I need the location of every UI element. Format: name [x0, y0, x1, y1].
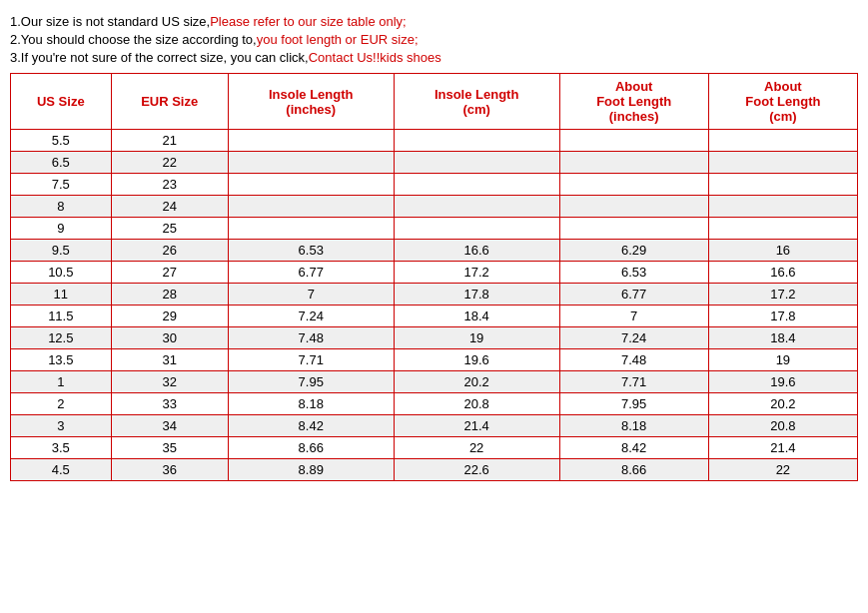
table-cell: 18.4	[708, 327, 857, 349]
table-row: 1128717.86.7717.2	[11, 284, 858, 306]
table-cell: 3	[11, 415, 112, 437]
table-cell: 21.4	[708, 437, 857, 459]
table-cell: 8.18	[228, 393, 394, 415]
table-cell: 23	[111, 174, 228, 196]
col-header-foot-cm: AboutFoot Length(cm)	[708, 74, 857, 130]
table-cell: 16.6	[394, 240, 559, 262]
table-cell: 32	[111, 371, 228, 393]
table-cell: 6.5	[11, 152, 112, 174]
table-cell	[559, 152, 708, 174]
table-row: 11.5297.2418.4717.8	[11, 306, 858, 327]
table-row: 6.522	[11, 152, 858, 174]
tip2-prefix: 2.You should choose the size according t…	[10, 32, 257, 47]
table-row: 12.5307.48197.2418.4	[11, 327, 858, 349]
table-cell: 17.8	[394, 284, 559, 306]
col-header-eur-size: EUR Size	[111, 74, 228, 130]
table-cell: 16.6	[708, 262, 857, 284]
table-cell: 4.5	[11, 459, 112, 481]
table-cell	[708, 152, 857, 174]
table-cell	[228, 196, 394, 218]
tip1-prefix: 1.Our size is not standard US size,	[10, 14, 210, 29]
table-cell: 17.2	[708, 284, 857, 306]
table-cell: 18.4	[394, 306, 559, 327]
table-cell: 31	[111, 349, 228, 371]
table-cell: 19.6	[708, 371, 857, 393]
table-cell	[394, 218, 559, 240]
table-cell: 9	[11, 218, 112, 240]
table-cell: 8.42	[559, 437, 708, 459]
table-cell: 22	[708, 459, 857, 481]
table-row: 824	[11, 196, 858, 218]
table-cell: 6.77	[228, 262, 394, 284]
table-cell: 21.4	[394, 415, 559, 437]
table-cell: 6.53	[228, 240, 394, 262]
table-cell: 8.89	[228, 459, 394, 481]
table-cell: 8.18	[559, 415, 708, 437]
table-cell: 11.5	[11, 306, 112, 327]
table-cell	[394, 174, 559, 196]
table-row: 2338.1820.87.9520.2	[11, 393, 858, 415]
table-row: 925	[11, 218, 858, 240]
table-cell: 34	[111, 415, 228, 437]
table-cell: 7.24	[228, 306, 394, 327]
table-cell: 7.95	[559, 393, 708, 415]
table-cell: 6.29	[559, 240, 708, 262]
table-cell	[559, 218, 708, 240]
table-cell: 7.5	[11, 174, 112, 196]
table-cell	[708, 174, 857, 196]
table-cell: 7.95	[228, 371, 394, 393]
table-cell: 6.53	[559, 262, 708, 284]
table-cell: 20.2	[708, 393, 857, 415]
table-cell: 28	[111, 284, 228, 306]
table-row: 1327.9520.27.7119.6	[11, 371, 858, 393]
table-row: 13.5317.7119.67.4819	[11, 349, 858, 371]
table-cell: 2	[11, 393, 112, 415]
table-row: 3.5358.66228.4221.4	[11, 437, 858, 459]
table-cell: 25	[111, 218, 228, 240]
tip2-highlight: you foot length or EUR size;	[257, 32, 419, 47]
table-cell: 7.71	[559, 371, 708, 393]
table-cell	[708, 218, 857, 240]
table-cell: 19.6	[394, 349, 559, 371]
col-header-us-size: US Size	[11, 74, 112, 130]
table-cell	[559, 174, 708, 196]
table-cell: 10.5	[11, 262, 112, 284]
table-cell: 35	[111, 437, 228, 459]
table-cell: 17.8	[708, 306, 857, 327]
table-cell: 20.8	[708, 415, 857, 437]
tip3-highlight[interactable]: Contact Us!!kids shoes	[309, 50, 441, 65]
tip-line-3: 3.If you're not sure of the correct size…	[10, 50, 858, 65]
table-cell	[394, 152, 559, 174]
table-cell: 5.5	[11, 130, 112, 152]
table-cell: 1	[11, 371, 112, 393]
table-cell: 6.77	[559, 284, 708, 306]
table-cell: 20.2	[394, 371, 559, 393]
table-cell: 29	[111, 306, 228, 327]
table-row: 7.523	[11, 174, 858, 196]
table-cell: 8.42	[228, 415, 394, 437]
tip3-prefix: 3.If you're not sure of the correct size…	[10, 50, 309, 65]
table-cell	[228, 152, 394, 174]
table-cell	[559, 196, 708, 218]
table-cell: 24	[111, 196, 228, 218]
table-cell	[708, 196, 857, 218]
table-cell: 8.66	[559, 459, 708, 481]
table-cell: 20.8	[394, 393, 559, 415]
table-cell	[228, 130, 394, 152]
table-cell: 13.5	[11, 349, 112, 371]
tip-line-2: 2.You should choose the size according t…	[10, 32, 858, 47]
table-row: 5.521	[11, 130, 858, 152]
table-cell: 3.5	[11, 437, 112, 459]
table-cell	[559, 130, 708, 152]
table-cell: 27	[111, 262, 228, 284]
table-cell	[394, 130, 559, 152]
table-cell	[708, 130, 857, 152]
table-row: 3348.4221.48.1820.8	[11, 415, 858, 437]
size-table: US Size EUR Size Insole Length(inches) I…	[10, 73, 858, 481]
table-row: 4.5368.8922.68.6622	[11, 459, 858, 481]
table-cell: 7.48	[559, 349, 708, 371]
table-row: 9.5266.5316.66.2916	[11, 240, 858, 262]
table-cell: 22.6	[394, 459, 559, 481]
table-cell: 19	[394, 327, 559, 349]
table-cell: 26	[111, 240, 228, 262]
